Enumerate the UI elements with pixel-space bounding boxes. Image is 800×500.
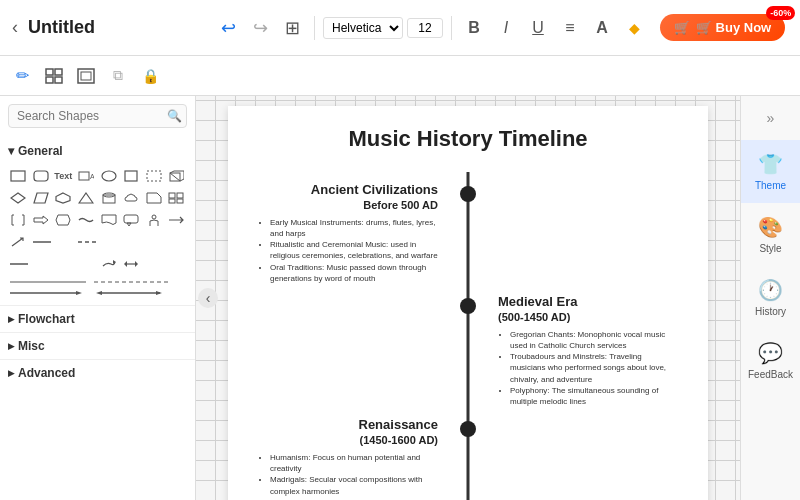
shape-square[interactable] bbox=[121, 166, 141, 186]
back-button[interactable]: ‹ bbox=[8, 13, 22, 42]
renaissance-bullets: Humanism: Focus on human potential and c… bbox=[258, 452, 438, 500]
svg-point-30 bbox=[152, 215, 156, 219]
connector-line-3[interactable] bbox=[8, 289, 88, 297]
text-button[interactable]: A bbox=[588, 14, 616, 42]
flowchart-section[interactable]: ▸ Flowchart bbox=[0, 305, 195, 332]
shape-label[interactable]: A bbox=[76, 166, 96, 186]
svg-rect-23 bbox=[177, 193, 183, 198]
shape-diagonal-arrow[interactable] bbox=[8, 232, 28, 252]
medieval-bullets: Gregorian Chants: Monophonic vocal music… bbox=[498, 329, 678, 407]
shape-arrows[interactable] bbox=[166, 210, 186, 230]
history-label: History bbox=[755, 306, 786, 317]
font-size-input[interactable] bbox=[407, 18, 443, 38]
underline-button[interactable]: U bbox=[524, 14, 552, 42]
italic-button[interactable]: I bbox=[492, 14, 520, 42]
shape-person[interactable] bbox=[144, 210, 164, 230]
timeline-row-renaissance: Renaissance (1450-1600 AD) Humanism: Foc… bbox=[258, 407, 678, 500]
shape-rect-rounded[interactable] bbox=[31, 166, 51, 186]
era-ancient-left: Ancient Civilizations Before 500 AD Earl… bbox=[258, 172, 468, 284]
shape-hexagon[interactable] bbox=[53, 188, 73, 208]
shape-document[interactable] bbox=[99, 210, 119, 230]
advanced-section[interactable]: ▸ Advanced bbox=[0, 359, 195, 386]
buy-button[interactable]: 🛒 🛒 Buy Now -60% bbox=[660, 14, 785, 41]
highlight-button[interactable]: ◆ bbox=[620, 14, 648, 42]
shape-bracket[interactable] bbox=[8, 210, 28, 230]
shape-cloud[interactable] bbox=[121, 188, 141, 208]
redo-button[interactable]: ↪ bbox=[246, 14, 274, 42]
style-panel-item[interactable]: 🎨 Style bbox=[741, 203, 800, 266]
svg-rect-22 bbox=[169, 193, 175, 198]
svg-rect-25 bbox=[177, 199, 183, 203]
frame-tool[interactable] bbox=[72, 62, 100, 90]
theme-label: Theme bbox=[755, 180, 786, 191]
shape-grid[interactable] bbox=[166, 188, 186, 208]
svg-marker-15 bbox=[11, 193, 25, 203]
group-icon bbox=[45, 68, 63, 84]
shape-arrow-line[interactable] bbox=[8, 254, 28, 274]
shape-process[interactable] bbox=[53, 210, 73, 230]
history-icon: 🕐 bbox=[758, 278, 783, 302]
insert-button[interactable]: ⊞ bbox=[278, 14, 306, 42]
shapes-section-general: ▾ General Text A bbox=[0, 136, 195, 305]
connector-line-1[interactable] bbox=[8, 278, 88, 286]
group-tool[interactable] bbox=[40, 62, 68, 90]
svg-marker-21 bbox=[147, 193, 161, 203]
connector-arrow-both[interactable] bbox=[92, 289, 172, 297]
right-expand-button[interactable]: » bbox=[761, 104, 781, 132]
shape-3d-rect[interactable] bbox=[166, 166, 186, 186]
shape-line-h[interactable] bbox=[31, 232, 51, 252]
connector-line-2[interactable] bbox=[92, 278, 172, 286]
shape-triangle[interactable] bbox=[76, 188, 96, 208]
canvas-content: Music History Timeline Ancient Civilizat… bbox=[196, 96, 740, 500]
svg-rect-4 bbox=[78, 69, 94, 83]
shape-curly-arrow[interactable] bbox=[99, 254, 119, 274]
copy-tool[interactable]: ⧉ bbox=[104, 62, 132, 90]
collapse-panel-button[interactable]: ‹ bbox=[198, 288, 218, 308]
ancient-title: Ancient Civilizations bbox=[258, 182, 438, 199]
search-input[interactable] bbox=[17, 109, 167, 123]
svg-marker-17 bbox=[56, 193, 70, 203]
dot-ancient bbox=[460, 186, 476, 202]
shape-diamond[interactable] bbox=[8, 188, 28, 208]
shape-ellipse[interactable] bbox=[99, 166, 119, 186]
shape-callout[interactable] bbox=[121, 210, 141, 230]
renaissance-bullet-1: Humanism: Focus on human potential and c… bbox=[270, 452, 438, 474]
feedback-panel-item[interactable]: 💬 FeedBack bbox=[741, 329, 800, 392]
era-medieval-right: Medieval Era (500-1450 AD) Gregorian Cha… bbox=[468, 284, 678, 407]
cart-icon: 🛒 bbox=[674, 20, 690, 35]
search-box[interactable]: 🔍 bbox=[8, 104, 187, 128]
lock-tool[interactable]: 🔒 bbox=[136, 62, 164, 90]
shape-note[interactable] bbox=[144, 188, 164, 208]
shape-rect[interactable] bbox=[8, 166, 28, 186]
left-sidebar: 🔍 ▾ General Text A bbox=[0, 96, 196, 500]
shape-cylinder[interactable] bbox=[99, 188, 119, 208]
svg-rect-3 bbox=[55, 77, 62, 83]
align-button[interactable]: ≡ bbox=[556, 14, 584, 42]
shape-wave[interactable] bbox=[76, 210, 96, 230]
shape-line-dashed[interactable] bbox=[76, 232, 96, 252]
shape-two-arrows[interactable] bbox=[121, 254, 141, 274]
bold-button[interactable]: B bbox=[460, 14, 488, 42]
svg-text:A: A bbox=[90, 173, 94, 180]
shape-dashed-rect[interactable] bbox=[144, 166, 164, 186]
general-section-header[interactable]: ▾ General bbox=[8, 140, 187, 162]
theme-panel-item[interactable]: 👕 Theme bbox=[741, 140, 800, 203]
svg-marker-29 bbox=[127, 223, 131, 226]
main-area: 🔍 ▾ General Text A bbox=[0, 96, 800, 500]
advanced-arrow: ▸ bbox=[8, 366, 14, 380]
pencil-tool[interactable]: ✏ bbox=[8, 62, 36, 90]
shape-text[interactable]: Text bbox=[53, 166, 73, 186]
ancient-bullet-2: Ritualistic and Ceremonial Music: used i… bbox=[270, 239, 438, 261]
undo-button[interactable]: ↩ bbox=[214, 14, 242, 42]
shape-parallelogram[interactable] bbox=[31, 188, 51, 208]
timeline-title: Music History Timeline bbox=[258, 126, 678, 152]
flowchart-label: Flowchart bbox=[18, 312, 75, 326]
medieval-bullet-1: Gregorian Chants: Monophonic vocal music… bbox=[510, 329, 678, 351]
font-select[interactable]: Helvetica bbox=[323, 17, 403, 39]
timeline-container: Ancient Civilizations Before 500 AD Earl… bbox=[258, 172, 678, 500]
shape-arrow-right[interactable] bbox=[31, 210, 51, 230]
history-panel-item[interactable]: 🕐 History bbox=[741, 266, 800, 329]
shapes-grid: Text A bbox=[8, 166, 187, 274]
misc-section[interactable]: ▸ Misc bbox=[0, 332, 195, 359]
buy-label: 🛒 Buy Now bbox=[696, 20, 771, 35]
